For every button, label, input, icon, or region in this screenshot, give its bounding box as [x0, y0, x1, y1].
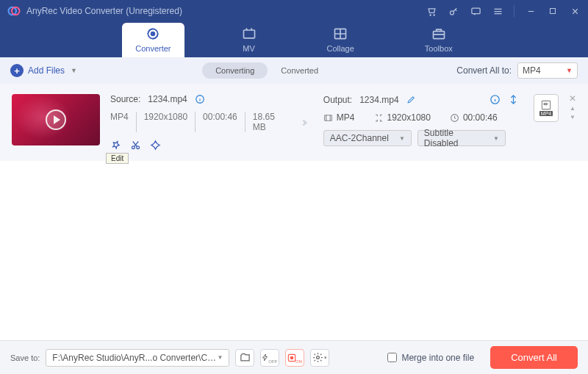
source-filename: 1234.mp4 [148, 94, 187, 104]
add-files-label: Add Files [28, 65, 65, 76]
tab-converting[interactable]: Converting [202, 62, 268, 79]
media-item: Source: 1234.mp4 MP4 1920x1080 00:00:46 … [0, 84, 588, 161]
merge-checkbox[interactable]: Merge into one file [387, 353, 474, 363]
add-files-button[interactable]: + Add Files ▼ [10, 64, 77, 77]
format-value: MP4 [523, 65, 541, 76]
close-button[interactable] [569, 5, 581, 17]
plus-icon: + [10, 64, 24, 77]
tab-mv[interactable]: MV [229, 23, 270, 57]
subtitle-select[interactable]: Subtitle Disabled▼ [417, 130, 506, 146]
svg-rect-16 [324, 115, 331, 121]
open-folder-button[interactable] [235, 349, 254, 367]
svg-point-19 [544, 104, 545, 105]
convert-all-label: Convert All to: [456, 65, 512, 76]
resolution-icon [374, 113, 384, 123]
maximize-button[interactable] [547, 5, 559, 17]
svg-point-3 [434, 14, 434, 15]
edit-tooltip: Edit [106, 153, 129, 164]
out-resolution: 1920x1080 [387, 112, 431, 123]
move-up-icon[interactable]: ▲ [570, 106, 576, 112]
out-format: MP4 [337, 112, 355, 123]
save-path-value: F:\AnyRec Studio\AnyR...o Converter\Conv… [52, 353, 217, 363]
tab-label: Converter [135, 44, 171, 53]
settings-button[interactable]: ▾ [310, 349, 329, 367]
svg-point-22 [317, 356, 320, 359]
minimize-button[interactable] [525, 5, 537, 17]
play-icon [46, 109, 66, 130]
key-icon[interactable] [448, 5, 459, 17]
menu-icon[interactable] [492, 5, 503, 17]
merge-label: Merge into one file [401, 353, 474, 363]
svg-point-2 [430, 14, 431, 15]
remove-item-icon[interactable]: ✕ [569, 94, 576, 103]
feedback-icon[interactable] [470, 5, 481, 17]
output-format-button[interactable]: MP4 [534, 94, 559, 122]
divider [514, 5, 514, 17]
svg-point-21 [290, 356, 294, 359]
toolbox-icon [431, 26, 446, 41]
save-to-label: Save to: [10, 353, 40, 362]
chevron-down-icon: ▼ [217, 354, 223, 361]
app-logo-icon [7, 4, 21, 18]
arrow-icon [293, 115, 313, 131]
record-button[interactable]: ON [285, 349, 304, 367]
svg-point-8 [151, 32, 155, 36]
move-down-icon[interactable]: ▼ [570, 115, 576, 121]
chevron-down-icon[interactable]: ▼ [71, 67, 77, 74]
svg-rect-6 [551, 9, 556, 14]
subtitle-value: Subtitle Disabled [424, 128, 484, 148]
output-label: Output: [323, 95, 352, 105]
cut-icon[interactable] [130, 140, 141, 151]
output-filename: 1234.mp4 [359, 95, 398, 105]
gear-icon [312, 352, 323, 363]
item-controls: ✕ ▲ ▼ [569, 94, 576, 151]
tab-toolbox[interactable]: Toolbox [412, 23, 466, 57]
source-column: Source: 1234.mp4 MP4 1920x1080 00:00:46 … [110, 94, 282, 151]
collage-icon [333, 26, 348, 41]
tab-label: Toolbox [425, 44, 453, 53]
source-info: MP4 1920x1080 00:00:46 18.65 MB [110, 112, 282, 132]
mv-icon [242, 26, 257, 41]
src-format: MP4 [110, 112, 137, 132]
format-picker-box: MP4 [534, 94, 559, 151]
convert-all-button[interactable]: Convert All [490, 346, 578, 369]
edit-icon[interactable] [110, 140, 121, 151]
tab-collage[interactable]: Collage [314, 23, 368, 57]
audio-select[interactable]: AAC-2Channel▼ [323, 130, 412, 146]
format-select[interactable]: MP4 ▼ [517, 62, 578, 79]
titlebar-actions [426, 5, 581, 17]
file-icon [539, 100, 553, 110]
svg-rect-9 [243, 30, 254, 38]
svg-point-4 [450, 10, 453, 14]
chevron-down-icon: ▼ [493, 135, 499, 142]
src-duration: 00:00:46 [203, 112, 245, 132]
src-resolution: 1920x1080 [144, 112, 196, 132]
chevron-down-icon: ▼ [566, 67, 573, 74]
hw-accel-button[interactable]: OFF [260, 349, 279, 367]
compress-icon[interactable] [508, 94, 519, 105]
pencil-icon[interactable] [406, 95, 416, 104]
cart-icon[interactable] [426, 5, 437, 17]
audio-value: AAC-2Channel [330, 133, 389, 143]
video-icon [323, 113, 333, 123]
source-actions: Edit [110, 140, 282, 151]
footer: Save to: F:\AnyRec Studio\AnyR...o Conve… [0, 340, 588, 374]
video-thumbnail[interactable] [12, 94, 100, 145]
tab-converted[interactable]: Converted [268, 62, 331, 79]
chevron-down-icon: ▼ [399, 135, 405, 142]
titlebar: AnyRec Video Converter (Unregistered) [0, 0, 588, 22]
toolbar: + Add Files ▼ Converting Converted Conve… [0, 57, 588, 84]
status-segment: Converting Converted [202, 62, 331, 79]
tab-converter[interactable]: Converter [122, 23, 184, 57]
info-circle-icon[interactable] [490, 94, 501, 105]
out-duration: 00:00:46 [463, 112, 498, 123]
tab-label: Collage [327, 44, 354, 53]
app-title: AnyRec Video Converter (Unregistered) [26, 6, 426, 16]
save-path-select[interactable]: F:\AnyRec Studio\AnyR...o Converter\Conv… [46, 349, 229, 367]
enhance-icon[interactable] [150, 140, 161, 151]
clock-icon [450, 113, 459, 123]
src-size: 18.65 MB [253, 112, 282, 132]
info-icon[interactable] [195, 94, 205, 104]
output-column: Output: 1234.mp4 MP4 1920x1080 00:00:46 … [323, 94, 519, 151]
merge-checkbox-input[interactable] [387, 353, 397, 362]
